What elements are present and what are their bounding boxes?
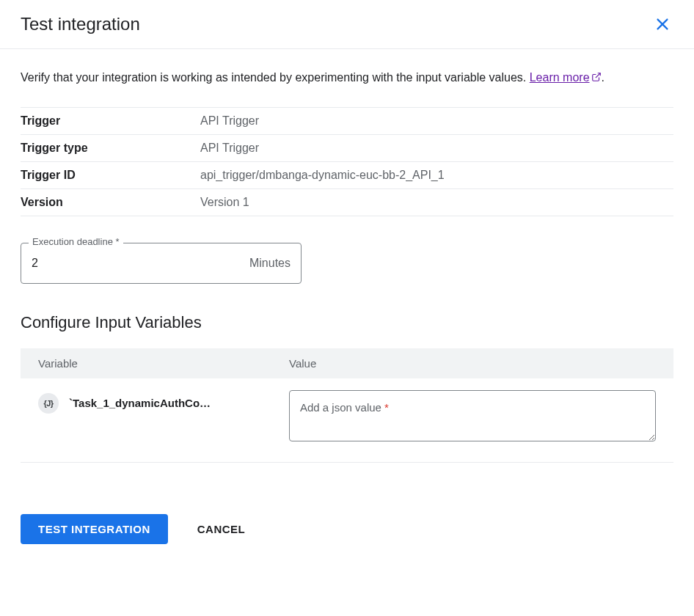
description-before: Verify that your integration is working … [21,71,530,84]
execution-deadline-input[interactable] [32,257,249,270]
table-header-row: Variable Value [21,348,673,378]
description-after: . [602,71,604,84]
test-integration-button[interactable]: TEST INTEGRATION [21,514,168,544]
description-text: Verify that your integration is working … [21,68,673,88]
version-value: Version 1 [200,188,673,216]
dialog-header: Test integration [0,0,694,49]
column-variable-header: Variable [21,348,271,378]
variable-name: `Task_1_dynamicAuthCo… [69,397,211,409]
trigger-id-label: Trigger ID [21,161,200,188]
execution-deadline-label: Execution deadline * [29,236,123,247]
trigger-row: Trigger API Trigger [21,107,673,134]
external-link-icon [591,69,602,88]
learn-more-link[interactable]: Learn more [530,71,602,84]
trigger-label: Trigger [21,107,200,134]
trigger-type-label: Trigger type [21,134,200,161]
trigger-type-row: Trigger type API Trigger [21,134,673,161]
variable-name-cell: {J} `Task_1_dynamicAuthCo… [38,390,254,414]
table-row: {J} `Task_1_dynamicAuthCo… Add a json va… [21,378,673,463]
input-variables-table: Variable Value {J} `Task_1_dynamicAuthCo… [21,348,673,463]
version-row: Version Version 1 [21,188,673,216]
close-button[interactable] [651,13,673,35]
trigger-info-table: Trigger API Trigger Trigger type API Tri… [21,107,673,216]
version-label: Version [21,188,200,216]
svg-line-2 [595,73,599,78]
execution-deadline-field[interactable]: Execution deadline * Minutes [21,243,302,284]
execution-deadline-unit: Minutes [249,257,291,270]
dialog-content: Verify that your integration is working … [0,49,694,463]
cancel-button[interactable]: CANCEL [197,523,246,535]
dialog-footer: TEST INTEGRATION CANCEL [0,463,694,562]
execution-deadline-wrapper: Execution deadline * Minutes [21,243,673,284]
json-type-icon: {J} [38,393,59,414]
configure-input-variables-title: Configure Input Variables [21,313,673,332]
column-value-header: Value [271,348,673,378]
trigger-id-row: Trigger ID api_trigger/dmbanga-dynamic-e… [21,161,673,188]
dialog-title: Test integration [21,14,140,34]
json-value-input[interactable] [289,390,656,441]
trigger-value: API Trigger [200,107,673,134]
trigger-id-value: api_trigger/dmbanga-dynamic-euc-bb-2_API… [200,161,673,188]
close-icon [654,16,671,32]
trigger-type-value: API Trigger [200,134,673,161]
